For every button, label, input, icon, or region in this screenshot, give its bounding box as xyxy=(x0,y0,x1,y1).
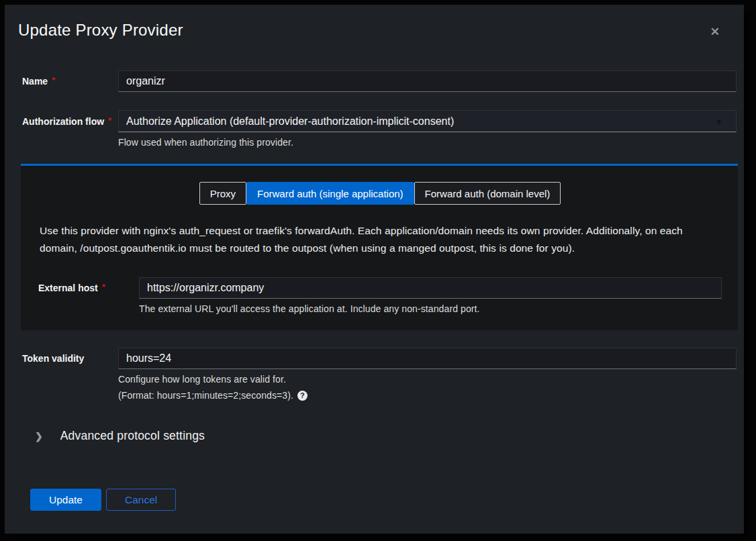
token-validity-help-line2: (Format: hours=1;minutes=2;seconds=3). ? xyxy=(118,390,737,401)
dialog-header: Update Proxy Provider ✕ xyxy=(5,5,744,40)
advanced-protocol-settings-expander[interactable]: ❯ Advanced protocol settings xyxy=(17,429,737,443)
close-button[interactable]: ✕ xyxy=(708,23,722,40)
name-field-row: Name* xyxy=(17,70,737,92)
update-button[interactable]: Update xyxy=(30,489,101,511)
dialog-title: Update Proxy Provider xyxy=(18,21,730,40)
authorization-flow-field-row: Authorization flow* Authorize Applicatio… xyxy=(17,110,737,148)
advanced-protocol-settings-label: Advanced protocol settings xyxy=(60,429,205,443)
tab-forward-auth-single[interactable]: Forward auth (single application) xyxy=(246,182,414,205)
name-label: Name* xyxy=(17,76,118,87)
authorization-flow-label: Authorization flow* xyxy=(17,116,118,127)
caret-down-icon: ▾ xyxy=(716,117,721,126)
external-host-input[interactable] xyxy=(139,277,722,299)
chevron-right-icon: ❯ xyxy=(35,431,43,442)
tab-forward-auth-domain[interactable]: Forward auth (domain level) xyxy=(414,182,561,205)
authorization-flow-select[interactable]: Authorize Application (default-provider-… xyxy=(118,110,737,132)
dialog-body: Name* Authorization flow* Authorize Appl… xyxy=(5,40,744,511)
update-proxy-provider-dialog: Update Proxy Provider ✕ Name* Authorizat… xyxy=(5,5,744,534)
required-indicator: * xyxy=(108,115,111,126)
help-icon[interactable]: ? xyxy=(297,391,308,401)
external-host-field-row: External host* The external URL you'll a… xyxy=(38,277,722,314)
mode-tabs: Proxy Forward auth (single application) … xyxy=(38,182,722,205)
required-indicator: * xyxy=(52,75,55,85)
mode-description: Use this provider with nginx's auth_requ… xyxy=(38,222,722,257)
tab-proxy[interactable]: Proxy xyxy=(199,182,246,205)
token-validity-field-row: Token validity Configure how long tokens… xyxy=(17,348,737,401)
external-host-help: The external URL you'll access the appli… xyxy=(139,303,722,314)
token-validity-help: Configure how long tokens are valid for.… xyxy=(118,374,737,401)
authorization-flow-value: Authorize Application (default-provider-… xyxy=(126,115,454,128)
external-host-label: External host* xyxy=(38,283,139,293)
name-input[interactable] xyxy=(118,70,737,92)
required-indicator: * xyxy=(102,282,105,292)
token-validity-help-line1: Configure how long tokens are valid for. xyxy=(118,374,737,385)
close-icon: ✕ xyxy=(710,26,720,38)
provider-mode-panel: Proxy Forward auth (single application) … xyxy=(21,164,738,330)
token-validity-label: Token validity xyxy=(17,353,118,364)
cancel-button[interactable]: Cancel xyxy=(106,489,176,511)
dialog-footer: Update Cancel xyxy=(17,489,737,511)
token-validity-input[interactable] xyxy=(118,348,737,369)
authorization-flow-help: Flow used when authorizing this provider… xyxy=(118,137,737,148)
